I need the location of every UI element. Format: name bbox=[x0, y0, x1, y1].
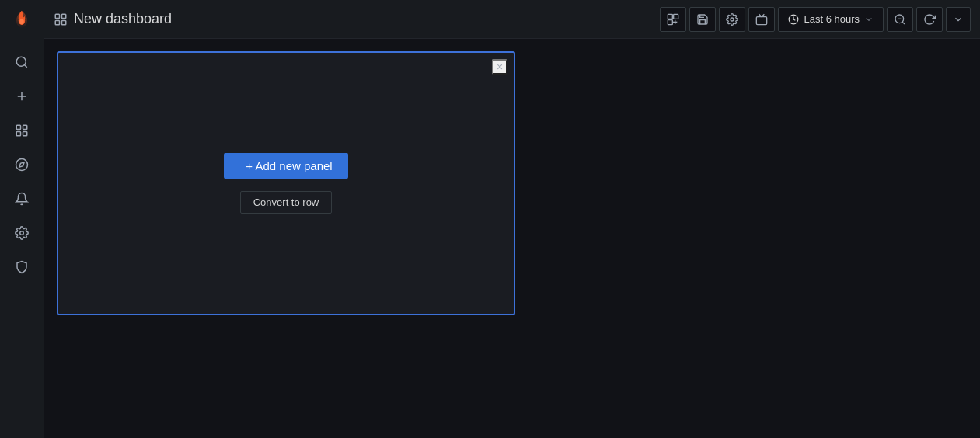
time-range-label: Last 6 hours bbox=[804, 13, 860, 25]
topbar-title-area: New dashboard bbox=[54, 11, 654, 27]
main-content: New dashboard bbox=[44, 0, 980, 438]
svg-rect-18 bbox=[674, 14, 678, 19]
app-logo[interactable] bbox=[0, 0, 44, 39]
sidebar-item-alerting[interactable] bbox=[6, 183, 37, 214]
sidebar-item-create[interactable] bbox=[6, 81, 37, 112]
chevron-down-icon bbox=[864, 15, 874, 24]
svg-rect-7 bbox=[23, 125, 27, 129]
convert-to-row-btn[interactable]: Convert to row bbox=[240, 191, 333, 214]
svg-rect-17 bbox=[668, 14, 673, 19]
svg-point-2 bbox=[16, 57, 26, 66]
svg-rect-16 bbox=[62, 20, 66, 24]
sidebar-item-explore[interactable] bbox=[6, 149, 37, 180]
svg-point-10 bbox=[16, 159, 28, 171]
sidebar-item-admin[interactable] bbox=[6, 252, 37, 283]
topbar-tv-btn[interactable] bbox=[748, 7, 775, 32]
topbar: New dashboard bbox=[44, 0, 980, 39]
svg-rect-9 bbox=[23, 132, 27, 136]
svg-line-26 bbox=[902, 22, 905, 24]
page-title: New dashboard bbox=[74, 11, 172, 27]
add-new-panel-btn[interactable]: + Add new panel bbox=[224, 153, 347, 179]
svg-point-1 bbox=[19, 19, 24, 24]
topbar-add-panel-btn[interactable] bbox=[660, 7, 686, 32]
sidebar bbox=[0, 0, 44, 438]
svg-point-22 bbox=[731, 18, 734, 21]
topbar-save-btn[interactable] bbox=[689, 7, 716, 32]
topbar-settings-btn[interactable] bbox=[719, 7, 745, 32]
dashboard-panel: × + Add new panel Convert to row bbox=[57, 51, 515, 315]
more-dropdown-btn[interactable] bbox=[946, 7, 971, 32]
svg-rect-8 bbox=[16, 132, 20, 136]
svg-rect-6 bbox=[16, 125, 20, 129]
topbar-actions: Last 6 hours bbox=[660, 7, 971, 32]
sidebar-item-dashboards[interactable] bbox=[6, 115, 37, 146]
add-new-panel-label: + Add new panel bbox=[246, 159, 332, 172]
svg-rect-13 bbox=[55, 14, 59, 18]
svg-rect-14 bbox=[62, 14, 66, 18]
dashboard-area: × + Add new panel Convert to row bbox=[44, 39, 980, 438]
svg-marker-11 bbox=[19, 162, 24, 167]
svg-rect-19 bbox=[668, 19, 673, 24]
sidebar-item-search[interactable] bbox=[6, 47, 37, 78]
clock-icon bbox=[788, 14, 799, 25]
refresh-btn[interactable] bbox=[916, 7, 943, 32]
sidebar-item-configuration[interactable] bbox=[6, 217, 37, 249]
panel-close-btn[interactable]: × bbox=[492, 59, 507, 75]
svg-rect-15 bbox=[55, 20, 59, 24]
zoom-out-btn[interactable] bbox=[887, 7, 913, 32]
time-picker-btn[interactable]: Last 6 hours bbox=[778, 7, 884, 32]
svg-rect-23 bbox=[757, 16, 767, 24]
svg-line-3 bbox=[24, 64, 26, 67]
svg-point-12 bbox=[20, 231, 24, 235]
dashboard-grid-icon bbox=[54, 12, 68, 26]
